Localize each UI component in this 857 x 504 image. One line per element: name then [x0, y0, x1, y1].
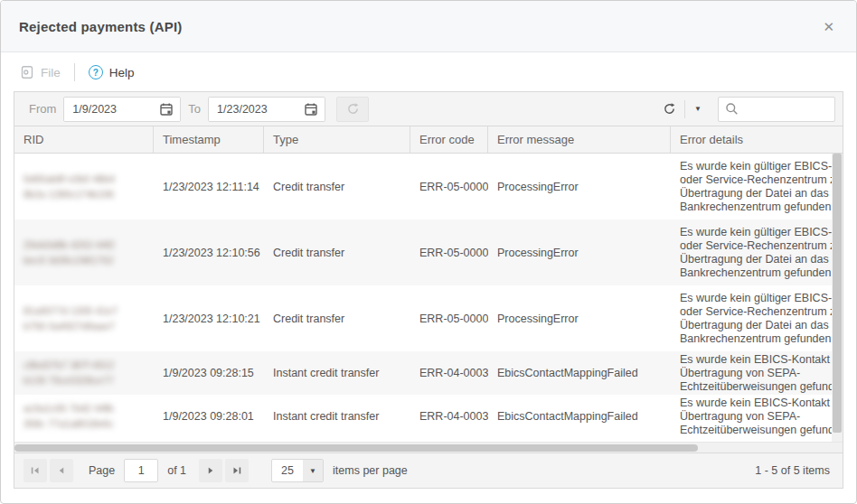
grid-body: 5d65ab8f e3b0 48b4 8b2a 1280c174b196 1/2… — [14, 154, 843, 442]
cell-error-code: ERR-05-0000 — [410, 219, 488, 285]
cell-type: Credit transfer — [264, 219, 410, 285]
cell-error-code: ERR-05-0000 — [410, 285, 488, 351]
file-menu-item[interactable]: File — [20, 65, 61, 79]
column-header-type[interactable]: Type — [264, 126, 410, 153]
horizontal-scrollbar-thumb[interactable] — [14, 444, 698, 452]
table-row: ac9a1c65 7b42 44fb 358c 77a1a8018e6c 1/9… — [14, 395, 843, 438]
close-icon[interactable]: ✕ — [819, 16, 838, 37]
prev-page-icon — [55, 464, 68, 477]
cell-error-details: Es wurde kein gültiger EBICS-Zugang oder… — [671, 154, 843, 219]
vertical-scrollbar-thumb[interactable] — [833, 154, 842, 433]
menubar: File ? Help — [1, 53, 856, 91]
refresh-icon — [663, 102, 676, 116]
rid-redacted-text: 81a9077d 1305 41e7 b756 0a4927d9aae7 — [24, 303, 118, 334]
table-row: 5d65ab8f e3b0 48b4 8b2a 1280c174b196 1/2… — [14, 154, 843, 219]
cell-error-code: ERR-05-0000 — [410, 154, 488, 219]
refresh-dropdown-button[interactable]: ▼ — [685, 97, 711, 122]
last-page-icon — [231, 464, 243, 477]
help-label: Help — [109, 66, 135, 79]
last-page-button[interactable] — [225, 459, 249, 482]
page-size-select[interactable]: 25 ▼ — [271, 459, 324, 482]
pager: Page of 1 25 ▼ items per page 1 - 5 of 5… — [14, 453, 843, 488]
refresh-icon — [346, 102, 360, 116]
search-box — [718, 97, 835, 122]
help-icon: ? — [89, 65, 103, 79]
help-menu-item[interactable]: ? Help — [89, 65, 135, 79]
cell-error-details: Es wurde kein EBICS-Kontakt zur Übertrag… — [671, 395, 843, 438]
rid-redacted-text: 29eb0d8b 4263 44f2 bec9 3d36c2481762 — [24, 238, 115, 268]
page-size-value: 25 — [272, 464, 303, 477]
cell-timestamp: 1/23/2023 12:10:21 — [154, 285, 264, 351]
to-date-input[interactable] — [209, 98, 297, 121]
rejected-payments-grid: From To ▼ — [14, 91, 843, 489]
column-header-error-details[interactable]: Error details — [671, 126, 843, 153]
cell-rid: 81a9077d 1305 41e7 b756 0a4927d9aae7 — [14, 285, 154, 351]
first-page-icon — [29, 464, 42, 477]
page-input[interactable] — [124, 459, 158, 482]
items-per-page-label: items per page — [333, 464, 408, 477]
cell-rid: 5d65ab8f e3b0 48b4 8b2a 1280c174b196 — [14, 154, 154, 219]
from-date-input[interactable] — [64, 98, 153, 121]
from-calendar-button[interactable] — [153, 98, 180, 121]
cell-rid: ac9a1c65 7b42 44fb 358c 77a1a8018e6c — [14, 395, 154, 438]
from-date-group — [63, 97, 181, 122]
grid-toolbar: From To ▼ — [14, 92, 843, 126]
to-label: To — [188, 102, 201, 116]
table-row: c8bd37b7 387f 4912 b139 79ce0328ce77 1/9… — [14, 351, 843, 395]
rid-redacted-text: 5d65ab8f e3b0 48b4 8b2a 1280c174b196 — [24, 172, 115, 202]
calendar-icon — [159, 102, 174, 117]
refresh-button[interactable] — [654, 97, 684, 122]
cell-error-message: ProcessingError — [488, 154, 671, 219]
cell-error-code: ERR-04-0003 — [410, 395, 488, 438]
items-summary: 1 - 5 of 5 items — [755, 464, 830, 477]
page-label: Page — [89, 464, 115, 477]
cell-error-message: EbicsContactMappingFailed — [488, 395, 671, 438]
rejected-payments-dialog: Rejected payments (API) ✕ File ? Help Fr… — [0, 0, 857, 504]
apply-refresh-button-disabled[interactable] — [336, 97, 369, 122]
cell-rid: c8bd37b7 387f 4912 b139 79ce0328ce77 — [14, 351, 154, 395]
file-label: File — [41, 66, 61, 79]
next-page-button[interactable] — [199, 459, 222, 482]
vertical-scrollbar[interactable] — [832, 154, 843, 442]
search-icon — [725, 102, 739, 116]
dialog-title: Rejected payments (API) — [19, 19, 182, 34]
chevron-down-icon: ▼ — [694, 105, 702, 113]
cell-type: Instant credit transfer — [264, 395, 410, 438]
horizontal-scrollbar[interactable] — [14, 442, 843, 453]
from-label: From — [29, 102, 56, 116]
cell-type: Credit transfer — [264, 154, 410, 219]
menubar-divider — [74, 63, 75, 81]
cell-error-details: Es wurde kein EBICS-Kontakt zur Übertrag… — [671, 351, 843, 395]
cell-error-message: EbicsContactMappingFailed — [488, 351, 671, 395]
table-row: 29eb0d8b 4263 44f2 bec9 3d36c2481762 1/2… — [14, 219, 843, 285]
cell-error-message: ProcessingError — [488, 219, 671, 285]
to-date-group — [208, 97, 325, 122]
prev-page-button[interactable] — [50, 459, 73, 482]
table-row: 81a9077d 1305 41e7 b756 0a4927d9aae7 1/2… — [14, 285, 843, 351]
column-header-error-message[interactable]: Error message — [488, 126, 671, 153]
page-of-label: of 1 — [167, 464, 186, 477]
column-header-rid[interactable]: RID — [14, 126, 154, 153]
grid-header: RID Timestamp Type Error code Error mess… — [14, 126, 843, 154]
search-input[interactable] — [743, 103, 834, 116]
file-icon — [20, 65, 34, 79]
cell-error-details: Es wurde kein gültiger EBICS-Zugang oder… — [671, 219, 843, 285]
cell-timestamp: 1/9/2023 09:28:01 — [154, 395, 264, 438]
next-page-icon — [204, 464, 217, 477]
cell-timestamp: 1/9/2023 09:28:15 — [154, 351, 264, 395]
chevron-down-icon: ▼ — [303, 459, 323, 482]
titlebar: Rejected payments (API) ✕ — [1, 1, 856, 52]
column-header-error-code[interactable]: Error code — [410, 126, 488, 153]
cell-type: Credit transfer — [264, 285, 410, 351]
to-calendar-button[interactable] — [297, 98, 325, 121]
rid-redacted-text: c8bd37b7 387f 4912 b139 79ce0328ce77 — [24, 358, 114, 388]
rid-redacted-text: ac9a1c65 7b42 44fb 358c 77a1a8018e6c — [24, 401, 114, 432]
cell-error-details: Es wurde kein gültiger EBICS-Zugang oder… — [671, 285, 843, 351]
column-header-timestamp[interactable]: Timestamp — [154, 126, 264, 153]
cell-error-code: ERR-04-0003 — [410, 351, 488, 395]
cell-error-message: ProcessingError — [488, 285, 671, 351]
first-page-button[interactable] — [24, 459, 47, 482]
cell-rid: 29eb0d8b 4263 44f2 bec9 3d36c2481762 — [14, 219, 154, 285]
cell-timestamp: 1/23/2023 12:10:56 — [154, 219, 264, 285]
calendar-icon — [304, 102, 318, 117]
